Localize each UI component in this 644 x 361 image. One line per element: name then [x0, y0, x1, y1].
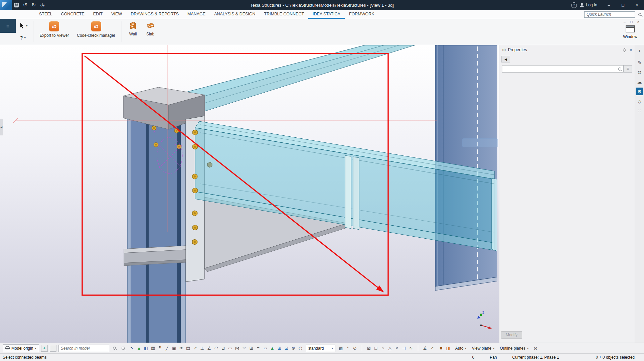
snap-geometry-icon[interactable]: ▦	[150, 345, 157, 352]
phase-filled-icon[interactable]: ■	[438, 345, 445, 352]
cloud-icon[interactable]: ☁	[636, 78, 643, 86]
select-tool-button[interactable]: ▾	[18, 20, 29, 31]
model-search-button[interactable]	[111, 345, 118, 352]
tab[interactable]: EDIT	[89, 10, 107, 19]
override-holes-icon[interactable]: □	[372, 345, 379, 352]
expand-pane-button[interactable]: ›	[639, 48, 640, 53]
snap-freeform-icon[interactable]: ▱	[262, 345, 269, 352]
override-cross-icon[interactable]: ×	[393, 345, 400, 352]
outline-planes-dropdown[interactable]: Outline planes ▾	[498, 346, 530, 351]
child-close-button[interactable]: ×	[637, 20, 639, 24]
add-point-button[interactable]: +	[41, 345, 48, 352]
left-column[interactable]	[127, 102, 186, 343]
snap-reference-icon[interactable]: ◧	[143, 345, 150, 352]
components-icon[interactable]: ∷	[636, 107, 643, 115]
properties-search-icon[interactable]	[618, 68, 621, 71]
maximize-button[interactable]: □	[616, 0, 630, 10]
reference-models-icon[interactable]: ⊚	[636, 68, 643, 76]
model-view[interactable]: z	[0, 45, 499, 343]
child-restore-button[interactable]: □	[630, 20, 633, 24]
wall-button[interactable]: Wall	[124, 19, 142, 36]
tab[interactable]: FORMWORK	[345, 10, 379, 19]
display-grid-icon[interactable]: ▩	[337, 345, 344, 352]
tab[interactable]: TRIMBLE CONNECT	[260, 10, 308, 19]
tab[interactable]: MANAGE	[183, 10, 210, 19]
grid-dot-icon[interactable]: ⊡	[283, 345, 290, 352]
context-help-button[interactable]: ? ▾	[18, 32, 29, 43]
settings-gear-icon[interactable]: ⚙	[636, 88, 643, 95]
snap-any-position-icon[interactable]: ▣	[171, 345, 178, 352]
snap-planes-icon[interactable]: ≋	[178, 345, 185, 352]
snap-edge-icon[interactable]: ▭	[227, 345, 234, 352]
override-circle-icon[interactable]: ○	[379, 345, 386, 352]
tracking-icon[interactable]: ◎	[297, 345, 304, 352]
redo-button[interactable]: ↻	[29, 0, 38, 10]
save-button[interactable]	[12, 0, 21, 10]
pin-icon[interactable]	[623, 48, 627, 52]
snap-center-icon[interactable]: ⊞	[248, 345, 255, 352]
tab[interactable]: DRAWINGS & REPORTS	[126, 10, 183, 19]
override-bolts-icon[interactable]: ⊠	[365, 345, 372, 352]
help-button[interactable]: ?	[571, 2, 577, 8]
undo-button[interactable]: ↺	[21, 0, 29, 10]
tab[interactable]: STEEL	[35, 10, 57, 19]
panel-back-button[interactable]: ◀	[501, 56, 510, 63]
override-end-icon[interactable]: ⊣	[400, 345, 408, 352]
quick-launch-search-icon[interactable]	[638, 13, 641, 16]
smart-pen-icon[interactable]: *	[344, 345, 351, 352]
smart-select-icon[interactable]: ↖	[129, 345, 136, 352]
model-viewport[interactable]: z ◀	[0, 45, 499, 343]
grid-snap-icon[interactable]: ⊞	[276, 345, 283, 352]
override-curve-icon[interactable]: ∿	[408, 345, 415, 352]
view-plane-dropdown[interactable]: View plane ▾	[470, 346, 496, 351]
child-minimize-button[interactable]: –	[624, 20, 626, 24]
snap-intersection-icon[interactable]: ⋈	[234, 345, 241, 352]
left-panel-handle[interactable]: ◀	[0, 119, 3, 135]
model-objects-icon[interactable]: ◇	[636, 97, 643, 105]
quick-launch-input[interactable]	[584, 11, 635, 18]
model-origin-dropdown[interactable]: Model origin ▾	[3, 344, 39, 352]
search-in-model-input[interactable]	[58, 345, 109, 352]
view-visibility-icon[interactable]: ⊙	[351, 345, 358, 352]
measure-angle-icon[interactable]: ∡	[422, 345, 429, 352]
web-bolt[interactable]	[207, 162, 212, 167]
tab[interactable]: ANALYSIS & DESIGN	[210, 10, 260, 19]
snap-angle-icon[interactable]: ∠	[206, 345, 213, 352]
close-button[interactable]: ×	[630, 0, 644, 10]
login-button[interactable]: Log in	[580, 3, 602, 7]
snap-view-grid-icon[interactable]: ▤	[185, 345, 192, 352]
draw-tool-icon[interactable]: ✎	[636, 58, 643, 66]
export-to-viewer-button[interactable]: iD Export to Viewer	[36, 19, 73, 38]
visibility-button[interactable]: ⊙	[532, 346, 539, 351]
minimize-button[interactable]: –	[602, 0, 616, 10]
app-menu-button[interactable]: ≡	[0, 19, 16, 33]
create-point-icon[interactable]: ▲	[269, 345, 276, 352]
property-list-button[interactable]: ≡	[623, 65, 632, 73]
snap-parallel-icon[interactable]: ≍	[241, 345, 248, 352]
code-check-manager-button[interactable]: iD Code-check manager	[73, 19, 119, 38]
tab[interactable]: VIEW	[107, 10, 126, 19]
snap-grid-dots-icon[interactable]: ⠿	[157, 345, 164, 352]
auto-dropdown[interactable]: Auto ▾	[454, 346, 468, 351]
snap-triangle-icon[interactable]: ⊿	[220, 345, 227, 352]
snap-points-icon[interactable]: ▲	[136, 345, 143, 352]
ortho-icon[interactable]: ⊕	[290, 345, 297, 352]
blank-mini-button[interactable]	[50, 345, 56, 352]
phase-half-icon[interactable]: ◨	[445, 345, 452, 352]
snap-midline-icon[interactable]: ≡	[255, 345, 262, 352]
snap-nearest-icon[interactable]: ╱	[164, 345, 171, 352]
history-button[interactable]: ◷	[38, 0, 47, 10]
snap-extension-icon[interactable]: ↗	[192, 345, 199, 352]
measure-arrow-icon[interactable]: ↗	[429, 345, 436, 352]
modify-button[interactable]: Modify	[501, 331, 522, 339]
tab[interactable]: CONCRETE	[57, 10, 89, 19]
zoom-search-button[interactable]	[120, 345, 127, 352]
panel-close-icon[interactable]: ×	[629, 47, 632, 52]
tab[interactable]: IDEA STATICA	[308, 10, 345, 19]
properties-search-input[interactable]	[502, 65, 624, 73]
window-group-button[interactable]: Window	[618, 24, 642, 39]
override-triangle-icon[interactable]: △	[386, 345, 393, 352]
snap-profile-dropdown[interactable]: standard ▾	[306, 345, 335, 352]
snap-arc-icon[interactable]: ◠	[213, 345, 220, 352]
snap-perpendicular-icon[interactable]: ⊥	[199, 345, 206, 352]
